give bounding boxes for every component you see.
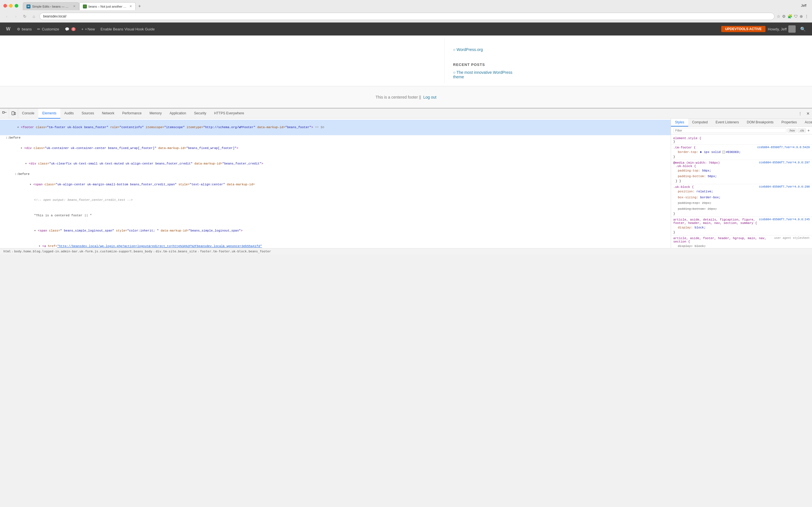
styles-tab-event-listeners[interactable]: Event Listeners [712,119,743,126]
settings-icon[interactable]: ⚙ [782,14,786,18]
tab-audits[interactable]: Audits [60,108,78,119]
minimize-button[interactable] [9,4,13,8]
tab-sources[interactable]: Sources [78,108,98,119]
extension-icon[interactable]: 🧩 [788,14,792,18]
tab-console[interactable]: Console [18,108,38,119]
style-rule-element: element.style { } [671,135,812,145]
styles-tab-dom-breakpoints[interactable]: DOM Breakpoints [743,119,777,126]
page-content: WordPress.org RECENT POSTS The most inno… [0,36,812,108]
devtools-tabs: Console Elements Audits Sources Network … [18,108,796,119]
html-line-before1[interactable]: ::before [0,135,671,141]
rule-source-uk-block[interactable]: cceb804-65506f7…?ver=4.9.6:290 [759,185,810,188]
recent-post-link[interactable]: The most innovative WordPress theme [448,69,524,80]
add-style-button[interactable]: + [808,128,810,133]
tab-beans[interactable]: 🌿 beans – Not just another fram… ✕ [79,2,136,10]
devtools-end-buttons: ⋮ ✕ [796,108,812,119]
howdy-item[interactable]: Howdy, Jeff [765,25,798,33]
devtools-body: ▾ <footer class="tm-footer uk-block bean… [0,119,812,248]
home-button[interactable]: ⌂ [31,13,37,20]
html-line-span-credit[interactable]: ▾ <span class="uk-align-center uk-margin… [0,177,671,193]
comment-count: 0 [71,27,76,31]
tab-close-beans[interactable]: ✕ [130,4,132,8]
wordpress-org-link[interactable]: WordPress.org [453,47,519,52]
tab-label-beans: beans – Not just another fram… [89,5,126,8]
html-line-comment-open[interactable]: <!-- open output: beans_footer_center_cr… [0,192,671,208]
html-line-div-credit[interactable]: ▾ <div class="uk-clearfix uk-text-small … [0,156,671,172]
html-line-before3[interactable]: ::before [0,172,671,177]
tab-close-wp[interactable]: ✕ [73,4,75,8]
window-buttons [3,4,18,8]
menu-icon[interactable]: ⋮ [805,14,809,18]
styles-panel: Styles Computed Event Listeners DOM Brea… [671,119,812,248]
html-line-div-container[interactable]: ▾ <div class="uk-container uk-container-… [0,140,671,156]
bookmark-icon[interactable]: ☆ [777,14,780,18]
rule-source-block-elements[interactable]: cceb804-65506f7…?ver=4.9.6:245 [759,218,810,221]
shield-icon[interactable]: 🛡 [794,14,798,18]
devtools-more-button[interactable]: ⋮ [796,108,804,119]
reload-button[interactable]: ↻ [21,13,28,20]
tab-application[interactable]: Application [166,108,190,119]
footer-text: This is a centered footer || [375,95,421,100]
html-line-span-loginout[interactable]: ▾ <span class=" beans_simple_loginout_sp… [0,223,671,239]
styles-filter-bar: :hov .cls + [671,127,812,134]
rule-subselector-uk-block1: .uk-block { [675,165,696,168]
tab-security[interactable]: Security [190,108,210,119]
main-column [285,38,444,83]
admin-bar-beans[interactable]: ⚙ beans [14,22,35,36]
admin-bar-visual-hook[interactable]: Enable Beans Visual Hook Guide [98,22,158,36]
close-button[interactable] [3,4,7,8]
html-line-footer[interactable]: ▾ <footer class="tm-footer uk-block bean… [0,120,671,135]
rule-selector-ua: article, aside, footer, header, hgroup, … [673,237,766,240]
tab-favicon-wp: W [27,4,31,8]
device-toolbar-button[interactable] [9,108,18,119]
back-button[interactable]: ‹ [3,13,10,20]
tab-network[interactable]: Network [98,108,118,119]
devtools-close-button[interactable]: ✕ [804,108,812,119]
devtools: Console Elements Audits Sources Network … [0,108,812,255]
url-input[interactable]: beansdev.local/ [40,13,774,20]
inspect-element-button[interactable] [0,108,9,119]
admin-bar-comments[interactable]: 💬 0 [62,22,79,36]
updevtools-button[interactable]: UPDEVTOOLS ACTIVE [721,26,765,32]
tab-performance[interactable]: Performance [118,108,146,119]
tab-favicon-beans: 🌿 [83,4,87,8]
new-tab-button[interactable]: + [136,2,144,10]
tab-https[interactable]: HTTPS Everywhere [210,108,248,119]
wp-search-icon[interactable]: 🔍 [798,26,808,32]
style-rule-tm-footer: .tm-footer { cceb804-65506f7…?ver=4.9.6:… [671,145,812,160]
rule-selector-element: element.style { [673,136,701,140]
style-rule-block-elements: article, aside, details, figcaption, fig… [671,217,812,235]
logout-link[interactable]: Log out [423,95,437,100]
styles-filter-input[interactable] [673,128,786,133]
extensions-icon[interactable]: ⊕ [800,14,803,18]
breadcrumb-body[interactable]: body.home.blog.logged-in.admin-bar.uk-fo… [13,249,153,253]
breadcrumb-html[interactable]: html [2,249,12,253]
avatar-icon [788,25,796,33]
html-line-a-logout[interactable]: ▾ <a href="http://beansdev.local/wp-logi… [0,239,671,248]
breadcrumb-site[interactable]: div.tm-site.beans_site [154,249,198,253]
tab-memory[interactable]: Memory [146,108,165,119]
wp-logo[interactable]: W [4,25,12,33]
rule-source-media[interactable]: cceb804-65506f7…?ver=4.9.6:297 [759,161,810,164]
hov-button[interactable]: :hov [788,128,797,133]
address-icons: ☆ ⚙ 🧩 🛡 ⊕ ⋮ [777,14,809,18]
styles-tab-computed[interactable]: Computed [688,119,712,126]
styles-tab-accessibility[interactable]: Accessibility [801,119,812,126]
html-line-footer-text[interactable]: "This is a centered footer || " [0,208,671,223]
browser-titlebar: W Simple Edits ‹ beans — WordP… ✕ 🌿 bean… [0,0,812,11]
browser-tabs: W Simple Edits ‹ beans — WordP… ✕ 🌿 bean… [23,1,801,10]
tab-elements[interactable]: Elements [38,108,60,119]
breadcrumb-footer[interactable]: footer.tm-footer.uk-block.beans_footer [199,249,272,253]
cls-button[interactable]: .cls [798,128,806,133]
style-rule-uk-block: .uk-block { cceb804-65506f7…?ver=4.9.6:2… [671,184,812,217]
maximize-button[interactable] [15,4,18,8]
styles-tab-styles[interactable]: Styles [671,119,688,126]
rule-source-tm-footer[interactable]: cceb804-65506f7…?ver=4.9.6:5429 [757,146,810,149]
admin-bar-customize[interactable]: ✏ Customize [35,22,62,36]
devtools-breadcrumb: html › body.home.blog.logged-in.admin-ba… [0,248,812,255]
styles-tab-properties[interactable]: Properties [777,119,801,126]
forward-button[interactable]: › [12,13,19,20]
tab-wordpress[interactable]: W Simple Edits ‹ beans — WordP… ✕ [23,2,79,10]
svg-rect-2 [12,112,14,115]
admin-bar-new[interactable]: + + New [79,22,98,36]
